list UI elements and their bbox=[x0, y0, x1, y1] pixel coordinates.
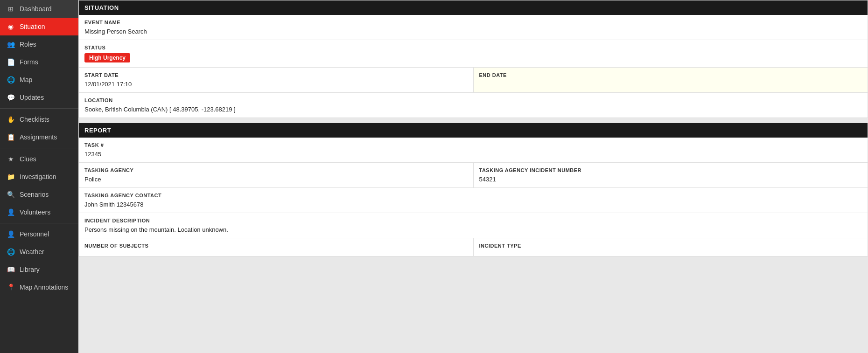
start-date-cell: START DATE 12/01/2021 17:10 bbox=[79, 68, 474, 92]
sidebar-item-clues[interactable]: ★ Clues bbox=[0, 150, 78, 168]
tasking-incident-cell: TASKING AGENCY INCIDENT NUMBER 54321 bbox=[474, 163, 868, 187]
sidebar-label-weather: Weather bbox=[20, 248, 44, 256]
report-header: REPORT bbox=[79, 123, 868, 138]
scenarios-icon: 🔍 bbox=[7, 190, 15, 199]
task-num-label: TASK # bbox=[84, 142, 862, 148]
sidebar-label-assignments: Assignments bbox=[20, 133, 57, 141]
location-label: LOCATION bbox=[84, 97, 862, 103]
event-name-label: EVENT NAME bbox=[84, 20, 862, 25]
sidebar-label-library: Library bbox=[20, 266, 40, 273]
sidebar-item-volunteers[interactable]: 👤 Volunteers bbox=[0, 203, 78, 221]
tasking-incident-label: TASKING AGENCY INCIDENT NUMBER bbox=[479, 167, 862, 173]
start-date-value: 12/01/2021 17:10 bbox=[84, 81, 468, 88]
sidebar: ⊞ Dashboard ◉ Situation 👥 Roles 📄 Forms … bbox=[0, 0, 78, 353]
investigation-icon: 📁 bbox=[7, 173, 15, 181]
status-badge: High Urgency bbox=[84, 53, 130, 62]
task-num-row: TASK # 12345 bbox=[79, 138, 868, 163]
library-icon: 📖 bbox=[7, 265, 15, 274]
updates-icon: 💬 bbox=[7, 93, 15, 102]
personnel-icon: 👤 bbox=[7, 230, 15, 238]
sidebar-item-map-annotations[interactable]: 📍 Map Annotations bbox=[0, 278, 78, 296]
assignments-icon: 📋 bbox=[7, 133, 15, 141]
location-row: LOCATION Sooke, British Columbia (CAN) [… bbox=[79, 93, 868, 118]
incident-type-cell: INCIDENT TYPE bbox=[474, 238, 868, 256]
sidebar-label-situation: Situation bbox=[20, 23, 45, 30]
tasking-agency-value: Police bbox=[84, 176, 468, 183]
report-title: REPORT bbox=[84, 127, 111, 134]
sidebar-item-assignments[interactable]: 📋 Assignments bbox=[0, 128, 78, 146]
sidebar-label-updates: Updates bbox=[20, 94, 44, 101]
event-name-cell: EVENT NAME Missing Person Search bbox=[79, 15, 868, 40]
map-annotations-icon: 📍 bbox=[7, 283, 15, 291]
status-label: STATUS bbox=[84, 45, 862, 50]
situation-icon: ◉ bbox=[7, 22, 15, 31]
tasking-agency-label: TASKING AGENCY bbox=[84, 167, 468, 173]
location-cell: LOCATION Sooke, British Columbia (CAN) [… bbox=[79, 93, 868, 118]
sidebar-label-clues: Clues bbox=[20, 155, 36, 163]
sidebar-label-checklists: Checklists bbox=[20, 116, 49, 123]
incident-desc-row: INCIDENT DESCRIPTION Persons missing on … bbox=[79, 213, 868, 238]
contact-row: TASKING AGENCY CONTACT John Smith 123456… bbox=[79, 188, 868, 213]
start-date-label: START DATE bbox=[84, 72, 468, 78]
subjects-type-row: NUMBER OF SUBJECTS INCIDENT TYPE bbox=[79, 238, 868, 256]
weather-icon: 🌐 bbox=[7, 248, 15, 256]
sidebar-label-personnel: Personnel bbox=[20, 230, 49, 238]
tasking-agency-cell: TASKING AGENCY Police bbox=[79, 163, 474, 187]
event-name-value: Missing Person Search bbox=[84, 28, 862, 35]
num-subjects-cell: NUMBER OF SUBJECTS bbox=[79, 238, 474, 256]
task-num-cell: TASK # 12345 bbox=[79, 138, 868, 162]
incident-desc-label: INCIDENT DESCRIPTION bbox=[84, 218, 862, 223]
incident-desc-value: Persons missing on the mountain. Locatio… bbox=[84, 226, 862, 233]
end-date-label: END DATE bbox=[479, 72, 862, 78]
tasking-contact-cell: TASKING AGENCY CONTACT John Smith 123456… bbox=[79, 188, 868, 213]
forms-icon: 📄 bbox=[7, 58, 15, 66]
roles-icon: 👥 bbox=[7, 40, 15, 48]
situation-header: SITUATION bbox=[79, 0, 868, 15]
sidebar-item-scenarios[interactable]: 🔍 Scenarios bbox=[0, 186, 78, 203]
num-subjects-label: NUMBER OF SUBJECTS bbox=[84, 243, 468, 249]
sidebar-item-library[interactable]: 📖 Library bbox=[0, 261, 78, 278]
sidebar-item-weather[interactable]: 🌐 Weather bbox=[0, 243, 78, 261]
report-section: REPORT TASK # 12345 TASKING AGENCY Polic… bbox=[78, 123, 868, 256]
sidebar-label-volunteers: Volunteers bbox=[20, 208, 50, 216]
situation-title: SITUATION bbox=[84, 4, 119, 11]
sidebar-label-investigation: Investigation bbox=[20, 173, 56, 180]
tasking-contact-label: TASKING AGENCY CONTACT bbox=[84, 193, 862, 198]
incident-desc-cell: INCIDENT DESCRIPTION Persons missing on … bbox=[79, 213, 868, 238]
status-row: STATUS High Urgency bbox=[79, 40, 868, 68]
sidebar-label-dashboard: Dashboard bbox=[20, 5, 52, 13]
situation-section: SITUATION EVENT NAME Missing Person Sear… bbox=[78, 0, 868, 118]
task-num-value: 12345 bbox=[84, 151, 862, 158]
sidebar-item-dashboard[interactable]: ⊞ Dashboard bbox=[0, 0, 78, 18]
sidebar-label-scenarios: Scenarios bbox=[20, 191, 49, 198]
incident-type-label: INCIDENT TYPE bbox=[479, 243, 862, 249]
sidebar-item-updates[interactable]: 💬 Updates bbox=[0, 89, 78, 106]
volunteers-icon: 👤 bbox=[7, 208, 15, 216]
location-value: Sooke, British Columbia (CAN) [ 48.39705… bbox=[84, 106, 862, 113]
sidebar-label-map-annotations: Map Annotations bbox=[20, 284, 68, 291]
tasking-incident-value: 54321 bbox=[479, 176, 862, 183]
dashboard-icon: ⊞ bbox=[7, 5, 15, 13]
sidebar-label-forms: Forms bbox=[20, 58, 38, 66]
agency-row: TASKING AGENCY Police TASKING AGENCY INC… bbox=[79, 163, 868, 188]
sidebar-label-map: Map bbox=[20, 76, 32, 83]
map-icon: 🌐 bbox=[7, 76, 15, 84]
status-cell: STATUS High Urgency bbox=[79, 40, 868, 67]
sidebar-label-roles: Roles bbox=[20, 41, 36, 48]
sidebar-item-personnel[interactable]: 👤 Personnel bbox=[0, 225, 78, 243]
sidebar-item-forms[interactable]: 📄 Forms bbox=[0, 53, 78, 71]
sidebar-item-roles[interactable]: 👥 Roles bbox=[0, 35, 78, 53]
sidebar-item-map[interactable]: 🌐 Map bbox=[0, 71, 78, 89]
sidebar-item-situation[interactable]: ◉ Situation bbox=[0, 18, 78, 35]
sidebar-item-investigation[interactable]: 📁 Investigation bbox=[0, 168, 78, 186]
clues-icon: ★ bbox=[7, 155, 15, 163]
end-date-cell[interactable]: END DATE bbox=[474, 68, 868, 92]
event-name-row: EVENT NAME Missing Person Search bbox=[79, 15, 868, 40]
date-row: START DATE 12/01/2021 17:10 END DATE bbox=[79, 68, 868, 93]
checklists-icon: ✋ bbox=[7, 115, 15, 124]
tasking-contact-value: John Smith 12345678 bbox=[84, 201, 862, 208]
main-content: SITUATION EVENT NAME Missing Person Sear… bbox=[78, 0, 868, 353]
sidebar-item-checklists[interactable]: ✋ Checklists bbox=[0, 111, 78, 128]
